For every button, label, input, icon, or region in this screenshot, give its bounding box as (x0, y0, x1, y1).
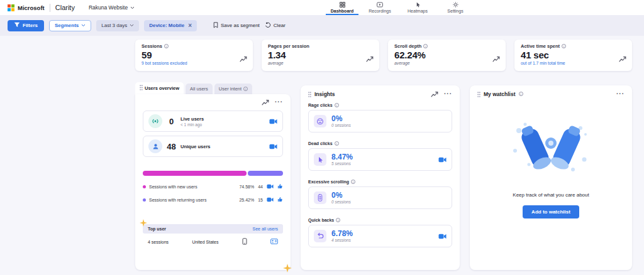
trend-icon[interactable] (262, 97, 269, 108)
trend-icon[interactable] (492, 53, 500, 65)
camera-icon[interactable] (269, 141, 277, 152)
info-icon[interactable] (336, 218, 340, 222)
more-options-icon[interactable] (275, 100, 283, 104)
add-to-watchlist-button[interactable]: Add to watchlist (523, 205, 579, 218)
insight-sessions: 5 sessions (331, 161, 353, 166)
save-as-segment-button[interactable]: Save as segment (213, 22, 260, 30)
insight-value: 8.47% (331, 153, 353, 161)
segments-label: Segments (55, 23, 79, 28)
more-options-icon[interactable] (616, 92, 625, 96)
undo-icon (265, 22, 271, 30)
insight-value: 6.78% (331, 230, 353, 238)
drag-handle-icon[interactable] (308, 89, 311, 100)
dead-clicks-icon (314, 153, 326, 166)
top-user-row[interactable]: 4 sessions United States (143, 234, 283, 250)
filters-button[interactable]: Filters (8, 20, 44, 31)
drag-handle-icon[interactable] (140, 85, 143, 92)
camera-icon[interactable] (438, 154, 447, 165)
metric-value: 1.34 (268, 50, 373, 60)
top-user-section: Top user See all users 4 sessions United… (143, 224, 283, 250)
device-filter-chip[interactable]: Device: Mobile (144, 20, 197, 31)
tab-label: Recordings (369, 9, 391, 13)
save-segment-icon (213, 22, 218, 30)
info-icon[interactable] (335, 141, 339, 146)
tab-user-intent[interactable]: User intent (214, 84, 252, 94)
tab-all-users[interactable]: All users (186, 84, 213, 94)
thumbs-up-icon[interactable] (277, 197, 283, 203)
microsoft-wordmark: Microsoft (18, 4, 45, 11)
drag-handle-icon[interactable] (477, 89, 480, 100)
trend-icon[interactable] (366, 53, 374, 65)
top-user-country: United States (192, 240, 218, 244)
project-name: Rakuna Website (89, 4, 128, 11)
users-panel-tabs: Users overview All users User intent (135, 82, 291, 94)
thumbs-up-icon[interactable] (277, 183, 283, 190)
tab-label: User intent (219, 86, 242, 92)
chevron-down-icon (81, 23, 86, 28)
tab-label: All users (190, 86, 208, 92)
see-all-users-link[interactable]: See all users (253, 227, 278, 231)
tab-users-overview[interactable]: Users overview (135, 82, 184, 94)
metric-card-sessions: Sessions 59 9 bot sessions excluded (135, 40, 253, 71)
legend-returning-users: Sessions with returning users 25.42% 15 (143, 197, 283, 203)
info-icon[interactable] (423, 44, 428, 48)
trend-icon[interactable] (431, 89, 438, 100)
quick-backs-item: Quick backs 6.78% 4 sessions (308, 218, 452, 247)
project-selector[interactable]: Rakuna Website (89, 4, 135, 11)
sparkle-icon (283, 264, 292, 272)
date-range-chip[interactable]: Last 3 days (96, 20, 139, 31)
camera-icon[interactable] (267, 197, 274, 203)
user-profile-icon[interactable] (270, 239, 278, 245)
device-filter-label: Device: Mobile (149, 23, 184, 28)
metric-subtitle: out of 1.7 min total time (521, 61, 626, 65)
insight-sessions: 0 sessions (331, 123, 351, 127)
users-overview-panel: Users overview All users User intent (135, 82, 291, 270)
more-options-icon[interactable] (444, 92, 452, 96)
tab-label: Dashboard (331, 9, 354, 13)
clarity-dashboard: Microsoft Clarity Rakuna Website Dashboa… (0, 0, 644, 275)
trend-icon[interactable] (240, 53, 247, 65)
dead-clicks-card: 8.47% 5 sessions (308, 148, 452, 171)
dead-clicks-item: Dead clicks 8.47% 5 sessions (308, 141, 452, 171)
filters-label: Filters (23, 23, 38, 28)
microsoft-logo-icon (8, 4, 14, 11)
metric-subtitle: average (394, 61, 499, 65)
legend-label: Sessions with returning users (149, 198, 206, 202)
dashboard-icon (340, 2, 345, 8)
legend-percent: 74.58% (239, 185, 254, 189)
clear-button[interactable]: Clear (265, 22, 286, 30)
legend-percent: 25.42% (239, 198, 254, 202)
metric-subtitle[interactable]: 9 bot sessions excluded (142, 61, 247, 65)
tab-heatmaps[interactable]: Heatmaps (401, 0, 434, 15)
info-icon[interactable] (335, 103, 339, 107)
info-icon[interactable] (519, 92, 523, 96)
tab-settings[interactable]: Settings (439, 0, 472, 15)
camera-icon[interactable] (438, 230, 447, 242)
tab-dashboard[interactable]: Dashboard (326, 0, 358, 15)
segments-button[interactable]: Segments (49, 20, 91, 31)
excessive-scrolling-item: Excessive scrolling 0% 0 sessions (308, 180, 452, 209)
metric-value: 41 sec (521, 50, 626, 60)
bar-returning-users-segment (248, 171, 283, 176)
info-icon[interactable] (164, 44, 169, 48)
excessive-scrolling-icon (314, 191, 326, 204)
metric-value: 62.24% (394, 50, 499, 60)
unique-users-row: 48 Unique users (143, 136, 283, 157)
remove-filter-icon[interactable] (188, 23, 192, 29)
rage-clicks-item: Rage clicks 0% 0 sessions (308, 103, 452, 132)
chevron-down-icon (130, 4, 135, 11)
trend-icon[interactable] (619, 53, 626, 65)
info-icon[interactable] (562, 44, 566, 48)
tab-recordings[interactable]: Recordings (364, 0, 396, 15)
metric-card-pages-per-session: Pages per session 1.34 average (262, 40, 379, 71)
metric-card-scroll-depth: Scroll depth 62.24% average (388, 40, 506, 71)
sparkle-icon (140, 219, 147, 227)
top-bar: Microsoft Clarity Rakuna Website Dashboa… (0, 0, 644, 15)
watchlist-panel: My watchlist (470, 85, 632, 270)
chevron-down-icon (130, 23, 134, 28)
camera-icon[interactable] (267, 184, 274, 190)
info-icon[interactable] (351, 180, 355, 184)
filter-icon (14, 22, 20, 29)
camera-icon[interactable] (269, 116, 277, 127)
insight-value: 0% (331, 115, 351, 123)
